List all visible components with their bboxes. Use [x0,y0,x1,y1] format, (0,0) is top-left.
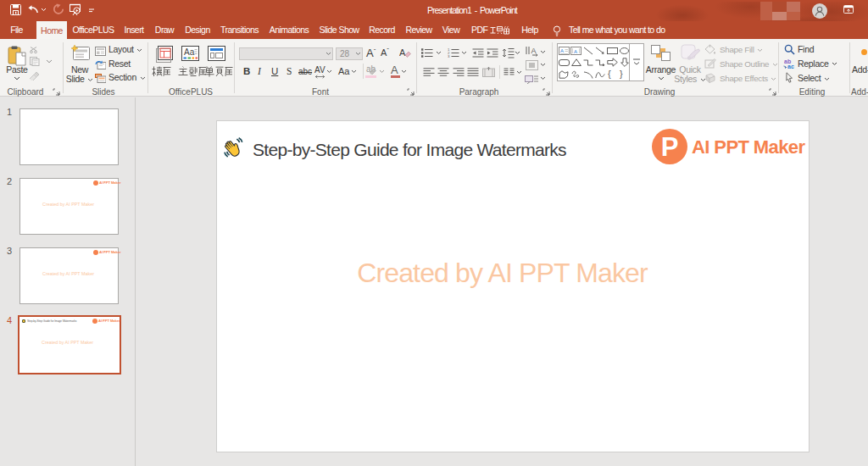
svg-text:A: A [560,48,564,53]
svg-text:A: A [531,47,537,55]
svg-text:A: A [574,49,577,54]
svg-text:3: 3 [448,54,450,58]
svg-text:A: A [399,47,406,58]
svg-text:ac: ac [787,64,794,69]
svg-text:Aa: Aa [184,47,195,57]
